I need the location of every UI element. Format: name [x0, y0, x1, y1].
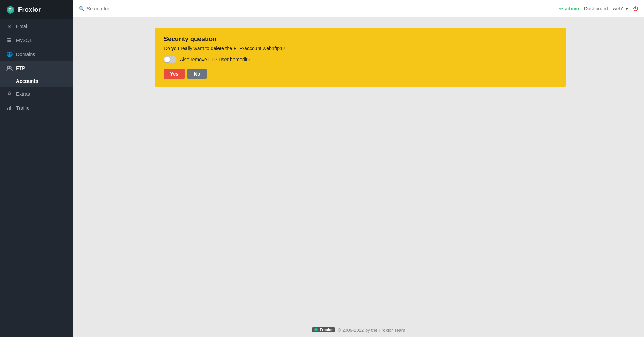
sidebar-item-mysql[interactable]: MySQL [0, 33, 73, 47]
svg-rect-3 [7, 38, 12, 39]
topbar: 🔍 ↩ admin Dashboard web1 ▾ ⏻ [73, 0, 644, 17]
main-content: Security question Do you really want to … [146, 17, 644, 337]
yes-button[interactable]: Yes [164, 69, 185, 79]
sidebar-item-extras-label: Extras [16, 91, 30, 97]
security-dialog: Security question Do you really want to … [155, 28, 566, 87]
security-title: Security question [164, 36, 557, 43]
svg-rect-8 [7, 108, 8, 110]
svg-point-7 [9, 66, 12, 69]
admin-label: admin [565, 6, 579, 11]
svg-marker-11 [314, 328, 318, 331]
ftp-icon [6, 65, 13, 71]
web1-label: web1 [613, 6, 624, 11]
sidebar-logo[interactable]: F Froxlor [0, 0, 73, 19]
email-icon: ✉ [6, 23, 13, 30]
dashboard-link[interactable]: Dashboard [584, 6, 608, 11]
footer-logo-icon [314, 328, 318, 332]
sidebar-item-domains-label: Domains [16, 52, 35, 57]
sidebar-item-email[interactable]: ✉ Email [0, 19, 73, 33]
sidebar-item-mysql-label: MySQL [16, 38, 32, 43]
svg-text:F: F [9, 8, 11, 12]
search-area: 🔍 [79, 6, 559, 11]
return-icon: ↩ [559, 6, 563, 11]
homedir-toggle[interactable] [164, 56, 176, 63]
sidebar-item-accounts-label: Accounts [16, 78, 38, 84]
admin-link[interactable]: ↩ admin [559, 6, 579, 11]
extras-icon [6, 91, 13, 97]
footer-brand-label: Froxlor [320, 328, 333, 332]
mysql-icon [6, 37, 13, 44]
svg-rect-5 [7, 41, 12, 42]
footer-logo-badge: Froxlor [312, 327, 335, 332]
svg-rect-10 [10, 106, 12, 110]
search-input[interactable] [87, 6, 156, 11]
froxlor-logo-icon: F [6, 5, 15, 15]
brand-name: Froxlor [18, 6, 41, 14]
web1-link[interactable]: web1 ▾ [613, 6, 628, 11]
security-description: Do you really want to delete the FTP-acc… [164, 46, 557, 51]
power-button[interactable]: ⏻ [633, 6, 638, 12]
toggle-label: Also remove FTP-user homedir? [180, 57, 250, 62]
sidebar-item-traffic-label: Traffic [16, 105, 29, 111]
chevron-down-icon: ▾ [626, 6, 628, 11]
topbar-right: ↩ admin Dashboard web1 ▾ ⏻ [559, 6, 638, 12]
svg-rect-9 [9, 107, 10, 110]
sidebar-item-traffic[interactable]: Traffic [0, 101, 73, 115]
no-button[interactable]: No [187, 69, 207, 79]
sidebar-item-accounts[interactable]: Accounts [0, 75, 73, 87]
sidebar-item-domains[interactable]: 🌐 Domains [0, 47, 73, 61]
sidebar: F Froxlor ✉ Email MySQL 🌐 Domains FTP Ac… [0, 0, 73, 337]
action-buttons: Yes No [164, 69, 557, 79]
footer-copyright: © 2009-2022 by the Froxlor Team [338, 328, 405, 333]
toggle-thumb [164, 57, 170, 62]
traffic-icon [6, 105, 13, 111]
svg-rect-4 [7, 40, 12, 41]
sidebar-item-extras[interactable]: Extras [0, 87, 73, 101]
footer: Froxlor © 2009-2022 by the Froxlor Team [73, 323, 644, 337]
search-icon: 🔍 [79, 6, 85, 11]
toggle-row: Also remove FTP-user homedir? [164, 56, 557, 63]
svg-point-6 [7, 66, 9, 69]
sidebar-item-email-label: Email [16, 24, 28, 29]
domains-icon: 🌐 [6, 51, 13, 57]
sidebar-item-ftp[interactable]: FTP [0, 61, 73, 75]
sidebar-item-ftp-label: FTP [16, 65, 25, 71]
